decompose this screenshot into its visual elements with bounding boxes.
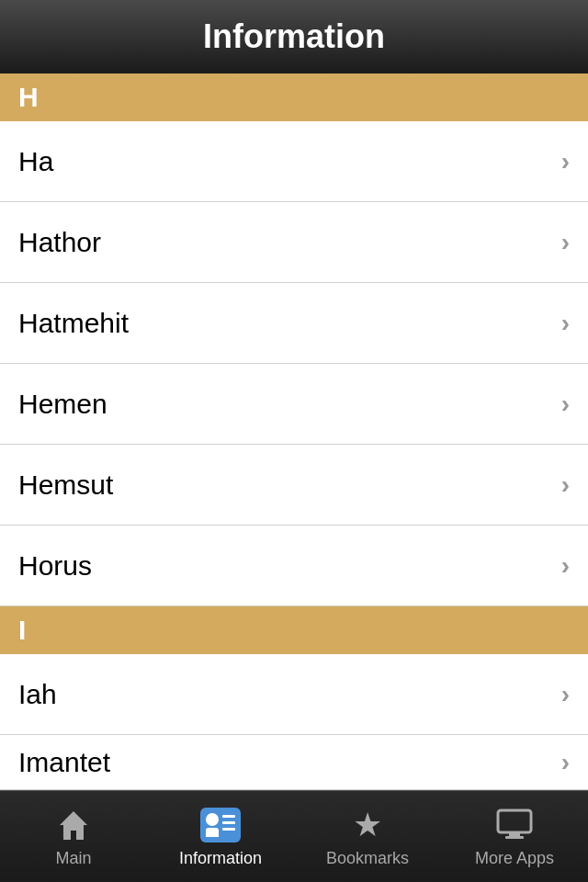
list-item-ha[interactable]: Ha › (0, 121, 588, 202)
chevron-right-icon: › (561, 680, 570, 709)
page-title: Information (203, 17, 385, 56)
list-item-label: Hathor (18, 227, 101, 258)
monitor-icon (494, 805, 535, 845)
tab-information-label: Information (179, 849, 262, 868)
tab-information[interactable]: Information (147, 791, 294, 882)
star-icon: ★ (347, 805, 388, 845)
section-letter-h: H (18, 82, 39, 113)
tab-more-apps-label: More Apps (475, 849, 554, 868)
list-item-hemsut[interactable]: Hemsut › (0, 445, 588, 526)
chevron-right-icon: › (561, 551, 570, 581)
list-item-label: Ha (18, 146, 53, 177)
list-container: H Ha › Hathor › Hatmehit › Hemen › Hemsu… (0, 74, 588, 790)
app-header: Information (0, 0, 588, 74)
list-item-imantet[interactable]: Imantet › (0, 735, 588, 790)
chevron-right-icon: › (561, 228, 570, 257)
list-item-label: Hemsut (18, 469, 113, 501)
list-item-hemen[interactable]: Hemen › (0, 364, 588, 445)
list-item-hatmehit[interactable]: Hatmehit › (0, 283, 588, 364)
chevron-right-icon: › (561, 748, 570, 777)
svg-rect-2 (509, 832, 520, 836)
chevron-right-icon: › (561, 147, 570, 176)
section-header-h: H (0, 74, 588, 121)
chevron-right-icon: › (561, 390, 570, 419)
list-item-hathor[interactable]: Hathor › (0, 202, 588, 283)
list-item-label: Hemen (18, 389, 107, 420)
svg-rect-3 (505, 836, 524, 839)
tab-main-label: Main (55, 849, 91, 868)
tab-bookmarks-label: Bookmarks (326, 849, 409, 868)
list-item-label: Imantet (18, 747, 110, 778)
tab-main[interactable]: Main (0, 791, 147, 882)
home-icon (53, 805, 94, 845)
section-letter-i: I (18, 615, 26, 646)
tab-bookmarks[interactable]: ★ Bookmarks (294, 791, 441, 882)
chevron-right-icon: › (561, 470, 570, 500)
chevron-right-icon: › (561, 309, 570, 338)
list-item-label: Hatmehit (18, 308, 129, 339)
list-item-horus[interactable]: Horus › (0, 526, 588, 606)
list-item-iah[interactable]: Iah › (0, 654, 588, 735)
contact-card-icon (200, 805, 241, 845)
section-header-i: I (0, 606, 588, 654)
svg-marker-0 (60, 811, 87, 840)
list-item-label: Iah (18, 679, 57, 710)
list-item-label: Horus (18, 550, 92, 582)
tab-more-apps[interactable]: More Apps (441, 791, 588, 882)
svg-rect-1 (498, 810, 531, 832)
tab-bar: Main Information ★ Bookmarks (0, 790, 588, 882)
